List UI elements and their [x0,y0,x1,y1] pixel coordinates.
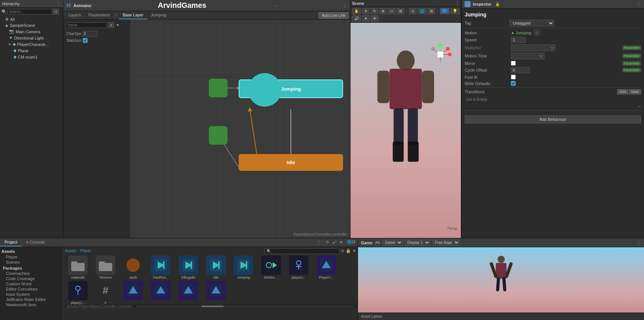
asset-playera[interactable]: playerA... [286,255,312,279]
assets-star-icon[interactable]: ★ [352,248,356,254]
tag-dropdown[interactable]: Untagged [509,20,554,26]
scene-transform-tool[interactable]: ⊞ [397,8,404,14]
tree-scenes[interactable]: Scenes [1,260,62,265]
tree-editor-coroutines[interactable]: Editor Coroutines [1,286,62,292]
asset-fillingidle[interactable]: FillingIdle [175,255,201,279]
asset-extra-4[interactable] [203,281,229,305]
assets-search-input[interactable] [265,248,339,254]
animator-menu[interactable]: ⋮ [343,3,347,8]
hierarchy-plane[interactable]: ◆ Plane [1,47,62,54]
hierarchy-menu[interactable]: ⋮ [56,1,61,6]
tree-player[interactable]: Player [1,254,62,260]
tab-project[interactable]: Project [0,238,22,247]
scrollbar-thumb[interactable] [201,305,224,307]
idle-state-node[interactable]: Idle [239,154,343,171]
asset-playerc-ctrl[interactable]: PlayerC... [313,255,339,279]
asset-extra-2[interactable] [148,281,174,305]
param-startjump[interactable]: StartJum [65,37,129,44]
tree-jetbrains[interactable]: JetBrains Rider Editor [1,297,62,302]
scene-scale-tool[interactable]: ⊕ [379,8,387,14]
project-menu[interactable]: ⋮ [314,238,324,247]
scene-hidden-toggle[interactable]: 👁 [371,15,379,22]
motion-time-dropdown[interactable] [511,53,544,59]
hierarchy-scene-sample[interactable]: ◈ SampleScene [1,22,62,28]
assets-view-icon[interactable]: ⊞ [341,248,344,254]
inspector-menu[interactable]: ⋮ [637,1,641,7]
scene-move-tool[interactable]: ✛ [362,8,370,14]
animator-minimize[interactable]: – [274,3,276,7]
scene-center-toggle[interactable]: ⊙ [409,8,417,14]
assets-player-folder[interactable]: Player [80,249,91,253]
scrollbar-track[interactable] [136,305,355,307]
assets-scrollbar[interactable]: Assets/Player/playerController.controlle… [65,305,356,308]
inspector-lock[interactable]: 🔒 [495,2,500,6]
hierarchy-search-input[interactable] [7,9,52,15]
game-menu[interactable]: ⋮ [637,240,641,245]
param-charspeed[interactable]: CharSpe [65,30,129,37]
scene-rect-tool[interactable]: ▭ [388,8,396,14]
scene-rotate-tool[interactable]: ↻ [371,8,378,14]
hierarchy-add-btn[interactable]: + [53,9,59,15]
asset-playerc-anim[interactable]: playerC... [65,281,91,305]
multiplier-dropdown[interactable] [511,44,556,51]
game-viewport[interactable] [358,247,644,313]
params-dropdown-btn[interactable]: ▼ [116,23,119,27]
write-defaults-checkbox[interactable] [511,81,516,86]
hierarchy-main-camera[interactable]: 📷 Main Camera [1,28,62,35]
entry-node-2[interactable] [209,126,227,145]
tree-custom-nunit[interactable]: Custom NUnit [1,281,62,286]
assets-root[interactable]: Assets [65,249,76,253]
foot-ik-checkbox[interactable] [511,75,516,79]
tab-base-layer[interactable]: Base Layer [119,11,147,19]
hierarchy-filter-all[interactable]: ⊕ All [1,16,62,22]
tab-jumping[interactable]: Jumping [147,11,170,19]
solo-btn[interactable]: Solo [617,89,628,94]
game-display-select[interactable]: Display 1 [405,239,430,246]
asset-earth[interactable]: earth [120,255,146,279]
hierarchy-player-character[interactable]: ▶ ◆ PlayerCharacte... [1,41,62,47]
params-search-input[interactable] [66,22,107,28]
param-charspeed-input[interactable] [82,31,97,37]
asset-textures[interactable]: Textures [92,255,119,279]
scene-fx-toggle[interactable]: ✦ [362,15,370,22]
scene-2d-toggle[interactable]: 2D [440,8,449,14]
tab-console[interactable]: ≡ Console [22,238,49,247]
asset-extra-3[interactable] [175,281,201,305]
tree-cinemachine[interactable]: Cinemachine [1,271,62,276]
mirror-checkbox[interactable] [511,61,516,66]
game-mode-select[interactable]: Game [383,239,403,246]
scene-hand-tool[interactable]: ✋ [352,8,361,14]
scene-viewport[interactable]: Persp [351,23,461,238]
entry-node-1[interactable] [209,79,227,97]
project-star-icon[interactable]: ★ [338,238,345,247]
scene-global-toggle[interactable]: 🌐 [418,8,427,14]
scene-audio-toggle[interactable]: 🔊 [352,15,361,22]
tab-parameters[interactable]: Parameters [85,11,113,19]
asset-jumping[interactable]: Jumping [230,255,257,279]
tree-code-coverage[interactable]: Code Coverage [1,276,62,281]
asset-fastrun[interactable]: FastRun... [148,255,174,279]
state-machine-canvas[interactable]: Jumping Idle Player/playerController.con… [131,20,350,238]
game-aspect-select[interactable]: Free Aspe [433,239,460,246]
scene-menu[interactable]: ⋮ [455,1,459,6]
cycle-offset-input[interactable] [511,67,530,73]
add-behaviour-btn[interactable]: Add Behaviour [465,115,641,123]
mute-btn[interactable]: Mute [629,89,641,94]
project-options-icon[interactable]: ⚙ [324,238,331,247]
hierarchy-directional-light[interactable]: ☀ Directional Light [1,35,62,41]
tree-input-system[interactable]: Input System [1,292,62,297]
params-add-btn[interactable]: + [108,22,114,28]
project-paint-icon[interactable]: 🖌 [331,238,338,247]
assets-lock-icon[interactable]: 🔒 [346,248,351,254]
param-startjump-checkbox[interactable] [83,38,88,43]
asset-materials[interactable]: materials [65,255,91,279]
motion-pick-btn[interactable]: ⊙ [534,30,540,35]
hierarchy-cm-vcam1[interactable]: ◆ CM vcam1 [1,54,62,60]
tree-newtonsoft[interactable]: Newtonsoft Json [1,302,62,307]
asset-hash[interactable]: # # [92,281,119,305]
transitions-minus-btn[interactable]: − [638,104,641,109]
scene-light-toggle[interactable]: 💡 [450,8,459,14]
asset-medea[interactable]: Medea ... [258,255,284,279]
scene-grid-btn[interactable]: ⊞ [428,8,435,14]
asset-extra-1[interactable] [120,281,146,305]
